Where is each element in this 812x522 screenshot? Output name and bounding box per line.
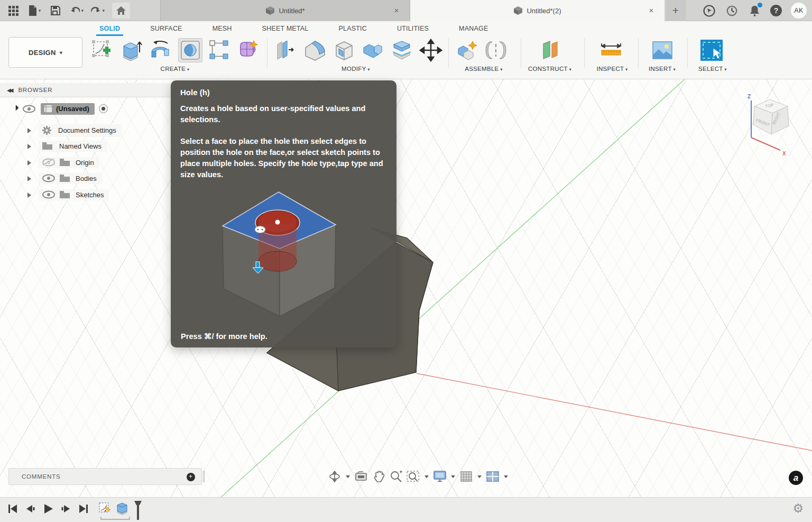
comments-resize-handle[interactable] — [203, 471, 205, 482]
play-icon[interactable] — [42, 503, 54, 515]
step-back-icon[interactable] — [25, 503, 35, 514]
job-status-clock-icon[interactable] — [725, 4, 739, 17]
new-tab-button[interactable]: + — [666, 0, 686, 21]
comments-bar[interactable]: COMMENTS + — [8, 468, 202, 485]
notifications-bell-icon[interactable] — [748, 4, 761, 17]
extrude-button[interactable] — [119, 38, 144, 62]
tab-mesh[interactable]: MESH — [211, 23, 233, 35]
pan-icon[interactable] — [372, 470, 385, 483]
grid-settings-icon[interactable] — [459, 470, 473, 483]
zoom-window-icon[interactable] — [407, 470, 420, 483]
app-titlebar: Untitled* × Untitled*(2) × + ? AK — [0, 0, 812, 21]
zoom-icon[interactable] — [389, 470, 403, 483]
undo-icon[interactable] — [70, 4, 84, 17]
collapsed-arrow-icon[interactable] — [27, 160, 31, 166]
activate-component-radio[interactable] — [99, 104, 108, 113]
browser-panel-header[interactable]: ◀◀ BROWSER — [0, 83, 176, 97]
look-at-icon[interactable] — [354, 470, 368, 483]
viewports-dropdown-caret[interactable] — [504, 475, 508, 478]
create-group-label[interactable]: CREATE — [146, 66, 204, 72]
split-body-button[interactable] — [390, 38, 414, 62]
document-tab-2[interactable]: Untitled*(2) × — [410, 0, 665, 21]
select-group-label[interactable]: SELECT — [691, 66, 734, 72]
skip-to-start-icon[interactable] — [7, 503, 18, 514]
browser-row-bodies[interactable]: Bodies — [27, 172, 102, 185]
construct-plane-button[interactable] — [538, 38, 562, 62]
redo-icon[interactable] — [91, 4, 105, 17]
zoom-window-dropdown-caret[interactable] — [425, 475, 429, 478]
document-tab-1[interactable]: Untitled* × — [160, 0, 410, 21]
collapsed-arrow-icon[interactable] — [27, 193, 31, 198]
browser-row-origin[interactable]: Origin — [27, 157, 99, 169]
display-dropdown-caret[interactable] — [451, 475, 455, 478]
visibility-eye-icon[interactable] — [22, 105, 36, 113]
app-grid-icon[interactable] — [6, 4, 20, 17]
file-menu-icon[interactable] — [27, 4, 41, 17]
modify-group-label[interactable]: MODIFY — [327, 66, 385, 72]
move-copy-button[interactable] — [419, 38, 443, 62]
fillet-button[interactable] — [303, 38, 327, 62]
step-forward-icon[interactable] — [61, 503, 71, 514]
browser-row-document-settings[interactable]: Document Settings — [27, 124, 122, 136]
pattern-button[interactable] — [207, 38, 232, 62]
insert-image-button[interactable] — [650, 38, 675, 62]
browser-row-named-views[interactable]: Named Views — [27, 140, 107, 152]
tab-utilities[interactable]: UTILITIES — [396, 23, 430, 35]
collapsed-arrow-icon[interactable] — [27, 144, 31, 149]
view-cube[interactable]: Z X TOP FRONT RIGHT — [740, 91, 795, 160]
tab-manage[interactable]: MANAGE — [458, 23, 489, 35]
joint-button[interactable] — [484, 38, 508, 62]
construct-group-label[interactable]: CONSTRUCT — [518, 66, 582, 72]
save-icon[interactable] — [49, 4, 62, 17]
tab-sheet-metal[interactable]: SHEET METAL — [261, 23, 310, 35]
shell-button[interactable] — [332, 38, 356, 62]
browser-row-sketches[interactable]: Sketches — [27, 189, 109, 201]
display-settings-icon[interactable] — [433, 470, 447, 483]
help-icon[interactable]: ? — [770, 5, 782, 16]
timeline-playhead-marker[interactable] — [133, 501, 143, 520]
insert-group-label[interactable]: INSERT — [642, 66, 682, 72]
revolve-button[interactable] — [149, 38, 173, 62]
press-pull-icon — [274, 39, 296, 61]
measure-button[interactable] — [599, 38, 623, 62]
settings-gear-icon[interactable]: ⚙ — [792, 501, 804, 516]
collapsed-arrow-icon[interactable] — [27, 128, 31, 133]
viewports-icon[interactable] — [486, 470, 500, 483]
visibility-off-eye-icon[interactable] — [42, 158, 56, 167]
new-component-button[interactable] — [456, 38, 480, 62]
grid-dropdown-caret[interactable] — [477, 475, 482, 478]
orbit-dropdown-caret[interactable] — [346, 475, 350, 478]
tab-surface[interactable]: SURFACE — [149, 23, 183, 35]
timeline-extrude-feature[interactable] — [115, 501, 129, 515]
3d-viewport[interactable]: Z X TOP FRONT RIGHT ◀◀ BROWSER (Unsaved)… — [0, 79, 812, 497]
visibility-eye-icon[interactable] — [42, 190, 56, 199]
timeline-sketch-feature[interactable] — [98, 501, 111, 515]
collapsed-arrow-icon[interactable] — [27, 176, 31, 181]
close-tab-icon[interactable]: × — [392, 6, 401, 15]
home-view-button[interactable] — [112, 3, 130, 19]
browser-root-row[interactable]: (Unsaved) — [13, 103, 108, 115]
assistant-logo[interactable]: a — [789, 471, 803, 485]
workspace-selector[interactable]: DESIGN — [8, 37, 82, 68]
close-tab-icon[interactable]: × — [647, 6, 656, 15]
create-sketch-button[interactable] — [90, 38, 114, 62]
root-component[interactable]: (Unsaved) — [41, 103, 95, 115]
visibility-eye-icon[interactable] — [42, 174, 56, 182]
orbit-icon[interactable] — [328, 470, 342, 483]
add-comment-icon[interactable]: + — [187, 473, 195, 481]
create-form-button[interactable] — [236, 38, 260, 62]
combine-button[interactable] — [361, 38, 385, 62]
collapse-panel-icon[interactable]: ◀◀ — [7, 87, 12, 93]
press-pull-button[interactable] — [273, 38, 297, 62]
tab-plastic[interactable]: PLASTIC — [337, 23, 368, 35]
inspect-group-label[interactable]: INSPECT — [586, 66, 639, 72]
view-cube-box[interactable]: TOP FRONT RIGHT — [753, 99, 789, 134]
skip-to-end-icon[interactable] — [78, 503, 89, 514]
tab-solid[interactable]: SOLID — [98, 23, 121, 35]
expanded-arrow-icon[interactable] — [11, 105, 19, 113]
user-avatar[interactable]: AK — [791, 3, 807, 19]
assemble-group-label[interactable]: ASSEMBLE — [452, 66, 515, 72]
select-button[interactable] — [699, 38, 724, 62]
extensions-icon[interactable] — [702, 4, 716, 17]
hole-button[interactable] — [178, 38, 202, 62]
